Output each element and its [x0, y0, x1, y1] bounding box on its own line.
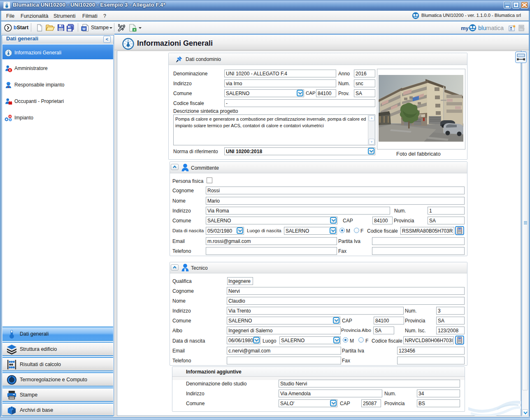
svg-text:X: X: [133, 28, 135, 32]
svg-text:W: W: [82, 27, 86, 31]
svg-text:€: €: [9, 69, 11, 72]
